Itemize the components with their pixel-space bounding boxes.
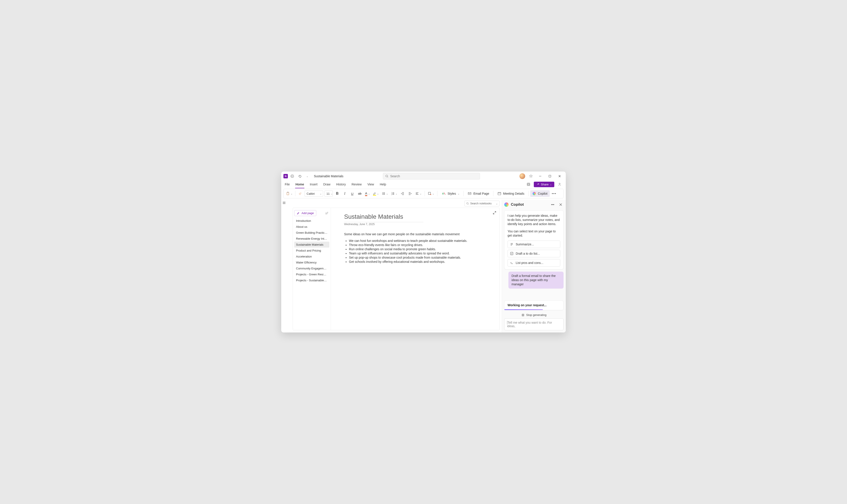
app-window: N ⌄ Sustainable Materials File Home Inse… bbox=[281, 172, 566, 332]
ribbon: ⌄ Calibri⌄ 11⌄ B I U ab A⌄ ⌄ ⌄ 123⌄ ⌄ ⌄ … bbox=[283, 189, 564, 198]
page-list-item[interactable]: Projects - Green Resident… bbox=[294, 271, 329, 277]
note-title[interactable]: Sustainable Materials bbox=[344, 213, 423, 221]
bullets-button[interactable]: ⌄ bbox=[381, 190, 389, 197]
paste-button[interactable]: ⌄ bbox=[285, 190, 293, 197]
font-name-select[interactable]: Calibri⌄ bbox=[305, 191, 323, 197]
suggestion-summarize[interactable]: Summarize... bbox=[508, 240, 560, 248]
progress-bar bbox=[505, 309, 543, 310]
font-color-button[interactable]: A⌄ bbox=[364, 190, 371, 197]
ribbon-overflow-button[interactable]: ••• bbox=[551, 190, 558, 197]
user-prompt-bubble: Draft a formal email to share the ideas … bbox=[508, 272, 564, 289]
svg-rect-6 bbox=[287, 192, 289, 195]
styles-icon: A bbox=[442, 192, 446, 196]
menu-help[interactable]: Help bbox=[380, 181, 387, 188]
suggestion-proscons[interactable]: List pros and cons... bbox=[508, 259, 560, 267]
outdent-button[interactable] bbox=[400, 190, 406, 197]
page-list-item[interactable]: Sustainable Materials bbox=[294, 241, 329, 248]
copilot-more-button[interactable]: ••• bbox=[550, 202, 555, 207]
suggestion-todo[interactable]: Draft a to do list... bbox=[508, 250, 560, 257]
calendar-icon bbox=[497, 192, 501, 196]
menu-insert[interactable]: Insert bbox=[309, 181, 318, 188]
note-bullet: Run online challenges on social media to… bbox=[349, 247, 481, 251]
undo-button[interactable] bbox=[297, 173, 303, 179]
copilot-icon bbox=[532, 192, 536, 195]
close-button[interactable] bbox=[555, 173, 564, 179]
page-list-item[interactable]: About us bbox=[294, 224, 329, 230]
page-list-item[interactable]: Product and Pricing bbox=[294, 248, 329, 254]
page-list-item[interactable]: Community Engagement bbox=[294, 266, 329, 271]
indent-button[interactable] bbox=[407, 190, 413, 197]
stop-generating-button[interactable]: Stop generating bbox=[504, 313, 564, 317]
menu-draw[interactable]: Draw bbox=[323, 181, 331, 188]
bold-button[interactable]: B bbox=[334, 190, 340, 197]
edit-icon bbox=[297, 212, 300, 215]
menu-file[interactable]: File bbox=[284, 181, 290, 188]
search-notebooks[interactable]: Search notebooks ⌄ bbox=[464, 201, 499, 206]
document-title: Sustainable Materials bbox=[314, 174, 343, 178]
strikethrough-button[interactable]: ab bbox=[357, 190, 363, 197]
menu-history[interactable]: History bbox=[336, 181, 346, 188]
search-input[interactable] bbox=[390, 174, 478, 178]
copilot-working-card: Working on your request... bbox=[504, 301, 564, 310]
meeting-details-button[interactable]: Meeting Details bbox=[495, 190, 527, 197]
expand-button[interactable] bbox=[493, 211, 496, 215]
copilot-intro-1: I can help you generate ideas, make to-d… bbox=[508, 214, 560, 226]
workspace: Add page IntroductionAbout usGreen Build… bbox=[293, 208, 499, 330]
copilot-ribbon-button[interactable]: Copilot bbox=[530, 190, 550, 197]
page-list-item[interactable]: Introduction bbox=[294, 218, 329, 224]
italic-button[interactable]: I bbox=[342, 190, 348, 197]
email-page-button[interactable]: Email Page bbox=[465, 190, 491, 197]
note-bullet: Get schools involved by offering educati… bbox=[349, 260, 481, 264]
open-in-app-icon[interactable] bbox=[525, 181, 532, 187]
page-list-item[interactable]: Acceleration bbox=[294, 254, 329, 259]
font-size-select[interactable]: 11⌄ bbox=[324, 191, 333, 197]
underline-button[interactable]: U bbox=[349, 190, 355, 197]
back-button[interactable] bbox=[289, 173, 295, 179]
account-switcher-icon[interactable] bbox=[557, 181, 563, 187]
note-body[interactable]: Some ideas on how we can get more people… bbox=[344, 232, 481, 264]
svg-rect-3 bbox=[527, 183, 530, 186]
copilot-close-button[interactable] bbox=[558, 202, 564, 207]
copilot-input[interactable]: Tell me what you want to do. For ideas, bbox=[504, 318, 564, 330]
page-list-item[interactable]: Renewable Energy Integr… bbox=[294, 236, 329, 241]
align-button[interactable]: ⌄ bbox=[414, 190, 422, 197]
page-list-item[interactable]: Green Building Practices bbox=[294, 230, 329, 236]
svg-point-0 bbox=[291, 175, 294, 178]
search-icon bbox=[466, 202, 469, 205]
copilot-intro-2: You can select text on your page to get … bbox=[508, 229, 560, 238]
share-icon bbox=[536, 183, 540, 186]
note-bullet: Team up with influencers and sustainabil… bbox=[349, 252, 481, 255]
customize-quickaccess[interactable]: ⌄ bbox=[304, 173, 310, 179]
nav-toggle-button[interactable] bbox=[281, 200, 287, 332]
menu-view[interactable]: View bbox=[367, 181, 374, 188]
maximize-button[interactable] bbox=[545, 173, 555, 179]
tags-button[interactable]: ⌄ bbox=[427, 190, 435, 197]
note-intro: Some ideas on how we can get more people… bbox=[344, 232, 481, 236]
working-label: Working on your request... bbox=[508, 303, 547, 307]
sort-pages-button[interactable] bbox=[324, 211, 329, 216]
numbering-button[interactable]: 123⌄ bbox=[390, 190, 398, 197]
svg-point-18 bbox=[467, 203, 469, 204]
highlight-button[interactable]: ⌄ bbox=[372, 190, 380, 197]
add-page-button[interactable]: Add page bbox=[294, 210, 316, 216]
note-canvas[interactable]: Sustainable Materials Wednesday, June 7,… bbox=[331, 208, 499, 330]
svg-rect-4 bbox=[528, 184, 529, 185]
main-area: Search notebooks ⌄ Add page Introduction… bbox=[281, 200, 566, 332]
menu-home[interactable]: Home bbox=[295, 181, 305, 188]
share-button[interactable]: Share ⌄ bbox=[534, 182, 554, 187]
svg-point-8 bbox=[382, 193, 383, 193]
svg-point-5 bbox=[559, 183, 560, 184]
user-avatar[interactable] bbox=[519, 173, 525, 179]
minimize-button[interactable] bbox=[535, 173, 545, 179]
format-painter-button[interactable] bbox=[297, 190, 303, 197]
global-search[interactable] bbox=[383, 173, 480, 179]
svg-point-1 bbox=[386, 175, 388, 177]
note-bullet: We can host fun workshops and webinars t… bbox=[349, 239, 481, 242]
menu-review[interactable]: Review bbox=[351, 181, 362, 188]
page-list-item[interactable]: Water Efficiency bbox=[294, 259, 329, 266]
svg-rect-19 bbox=[510, 252, 513, 255]
styles-button[interactable]: A Styles⌄ bbox=[440, 190, 462, 197]
premium-icon[interactable] bbox=[528, 173, 534, 179]
page-list-item[interactable]: Projects - Sustainable Mu… bbox=[294, 277, 329, 283]
svg-text:A: A bbox=[442, 192, 444, 195]
